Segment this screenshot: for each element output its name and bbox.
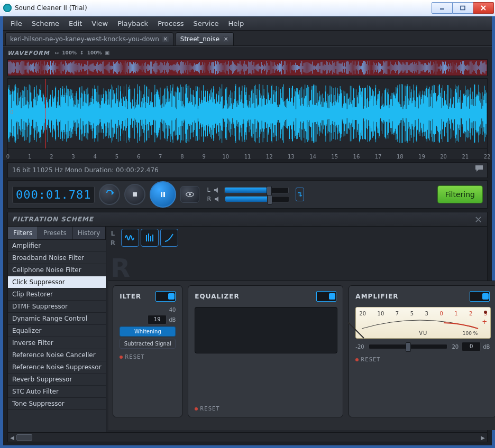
filter-item[interactable]: Clip Restorer xyxy=(8,288,106,301)
horizontal-scrollbar[interactable]: ◀ ▶ xyxy=(7,433,488,442)
scroll-right-icon[interactable]: ▶ xyxy=(479,433,487,442)
svg-rect-8 xyxy=(163,192,165,197)
status-bar: 16 bit 11025 Hz Mono Duration: 00:00:22.… xyxy=(7,162,488,178)
view-mode-buttons xyxy=(119,227,180,250)
module-enable-toggle[interactable] xyxy=(316,291,336,302)
filter-item[interactable]: Tone Suppressor xyxy=(8,398,106,410)
svg-rect-7 xyxy=(161,192,162,197)
close-panel-icon[interactable]: ✕ xyxy=(474,214,483,225)
mode-curve-button[interactable] xyxy=(160,229,178,247)
filter-item[interactable]: Amplifier xyxy=(8,240,106,252)
menu-scheme[interactable]: Scheme xyxy=(28,18,63,29)
fit-icon[interactable]: ▣ xyxy=(105,50,109,55)
module-title: AMPLIFIER xyxy=(355,293,398,300)
channel-l-label: L xyxy=(207,186,210,193)
svg-rect-14 xyxy=(152,235,153,241)
gain-slider[interactable] xyxy=(369,344,448,349)
tab-history[interactable]: History xyxy=(72,227,106,239)
comment-icon[interactable] xyxy=(474,165,484,172)
playhead[interactable] xyxy=(45,79,45,148)
filter-item[interactable]: STC Auto Filter xyxy=(8,386,106,398)
svg-rect-12 xyxy=(148,234,149,241)
gain-value[interactable]: 0 xyxy=(462,342,481,351)
play-pause-button[interactable] xyxy=(150,181,176,208)
document-tabs: keri-hilson-ne-yo-kaney-west-knocks-you-… xyxy=(3,31,492,46)
tab-presets[interactable]: Presets xyxy=(38,227,72,239)
scroll-left-icon[interactable]: ◀ xyxy=(8,433,16,442)
transport-bar: 000:01.781 L R ⇅ Filtering xyxy=(7,180,488,209)
tab-document-2[interactable]: Street_noise × xyxy=(176,32,234,45)
whitening-button[interactable]: Whitening xyxy=(120,326,176,337)
minimize-button[interactable] xyxy=(432,2,453,14)
link-channels-button[interactable]: ⇅ xyxy=(296,188,304,201)
reset-button[interactable]: RESET xyxy=(355,357,490,362)
title-bar[interactable]: Sound Cleaner II (Trial) xyxy=(0,0,495,16)
scroll-track[interactable] xyxy=(16,433,479,442)
filter-item[interactable]: Equalizer xyxy=(8,325,106,337)
module-enable-toggle[interactable] xyxy=(470,291,490,302)
tab-close-icon[interactable]: × xyxy=(162,36,169,42)
filter-sidebar: Filters Presets History AmplifierBroadba… xyxy=(8,227,106,432)
module-equalizer: EQUALIZER RESET xyxy=(188,285,343,417)
window-buttons xyxy=(432,2,494,14)
svg-rect-1 xyxy=(461,6,465,10)
stop-button[interactable] xyxy=(124,184,145,205)
waveform-overview[interactable] xyxy=(7,59,488,76)
filter-item[interactable]: Reverb Suppressor xyxy=(8,374,106,386)
speaker-icon xyxy=(214,196,222,202)
menu-playback[interactable]: Playback xyxy=(113,18,152,29)
filter-item[interactable]: Inverse Filter xyxy=(8,337,106,349)
close-button[interactable] xyxy=(473,2,494,14)
scroll-thumb[interactable] xyxy=(16,434,32,441)
zoom-controls[interactable]: ↔100% ↕100% ▣ xyxy=(55,50,109,55)
mode-waveform-button[interactable] xyxy=(121,229,139,247)
filter-list[interactable]: AmplifierBroadband Noise FilterCellphone… xyxy=(8,240,106,432)
mode-spectrum-button[interactable] xyxy=(141,229,159,247)
menu-process[interactable]: Process xyxy=(153,18,188,29)
menu-file[interactable]: File xyxy=(6,18,26,29)
channel-labels: L R xyxy=(106,227,119,250)
menu-help[interactable]: Help xyxy=(224,18,249,29)
time-ruler[interactable]: 012345678910111213141516171819202122 xyxy=(7,149,488,160)
filter-item[interactable]: Broadband Noise Filter xyxy=(8,252,106,264)
loop-button[interactable] xyxy=(99,184,120,205)
filtration-header: FILTRATION SCHEME ✕ xyxy=(8,212,487,227)
waveform-main[interactable]: 0 xyxy=(7,78,488,149)
module-title: ILTER xyxy=(120,293,141,300)
module-amplifier: AMPLIFIER 20 10 7 5 3 0 1 xyxy=(349,285,495,417)
filter-item[interactable]: DTMF Suppressor xyxy=(8,301,106,313)
filtering-button[interactable]: Filtering xyxy=(437,185,483,203)
maximize-button[interactable] xyxy=(453,2,473,14)
equalizer-display[interactable] xyxy=(195,307,337,353)
app-icon xyxy=(3,4,12,12)
subtracted-signal-button[interactable]: Subtracted Signal xyxy=(120,339,176,349)
filter-item[interactable]: Click Suppressor xyxy=(8,276,106,288)
unit-label: dB xyxy=(169,317,176,323)
value-input[interactable]: 19 xyxy=(148,315,167,324)
module-strip[interactable]: ILTER 40 19 dB Whitening Subtracted Sign… xyxy=(108,281,495,430)
svg-rect-6 xyxy=(133,192,137,197)
menu-bar: File Scheme Edit View Playback Process S… xyxy=(3,16,492,31)
menu-edit[interactable]: Edit xyxy=(65,18,86,29)
filter-item[interactable]: Reference Noise Canceller xyxy=(8,349,106,361)
preview-button[interactable] xyxy=(180,186,199,203)
menu-service[interactable]: Service xyxy=(189,18,223,29)
zoom-vertical-icon[interactable]: ↕ xyxy=(80,50,84,55)
tab-document-1[interactable]: keri-hilson-ne-yo-kaney-west-knocks-you-… xyxy=(5,32,173,45)
volume-r-slider[interactable] xyxy=(225,196,289,202)
filter-item[interactable]: Dynamic Range Control xyxy=(8,313,106,325)
reset-button[interactable]: RESET xyxy=(120,354,176,360)
tab-close-icon[interactable]: × xyxy=(223,36,229,42)
volume-l-slider[interactable] xyxy=(224,187,289,193)
menu-view[interactable]: View xyxy=(87,18,112,29)
filter-chain-panel: L R R ILTER xyxy=(106,227,495,432)
tab-label: keri-hilson-ne-yo-kaney-west-knocks-you-… xyxy=(10,35,159,43)
module-enable-toggle[interactable] xyxy=(155,291,176,302)
filter-item[interactable]: Cellphone Noise Filter xyxy=(8,264,106,276)
channel-r-watermark: R xyxy=(111,253,130,283)
svg-rect-11 xyxy=(146,235,147,241)
filter-item[interactable]: Reference Noise Suppressor xyxy=(8,361,106,374)
zoom-horizontal-icon[interactable]: ↔ xyxy=(55,50,59,55)
reset-button[interactable]: RESET xyxy=(195,406,336,412)
tab-filters[interactable]: Filters xyxy=(8,227,38,239)
